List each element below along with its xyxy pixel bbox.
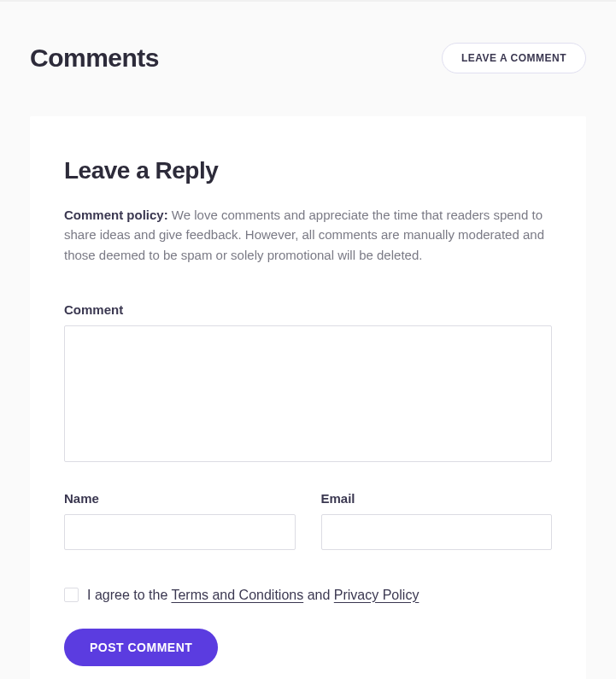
- agree-prefix: I agree to the: [87, 588, 171, 602]
- name-col: Name: [64, 491, 296, 550]
- name-email-row: Name Email: [64, 491, 552, 550]
- comment-textarea[interactable]: [64, 325, 552, 462]
- agree-checkbox[interactable]: [64, 588, 79, 602]
- policy-label: Comment policy:: [64, 208, 168, 222]
- form-title: Leave a Reply: [64, 157, 552, 184]
- leave-a-comment-button[interactable]: LEAVE A COMMENT: [442, 43, 586, 73]
- terms-link[interactable]: Terms and Conditions: [171, 588, 303, 602]
- header-row: Comments LEAVE A COMMENT: [0, 2, 616, 99]
- page-title: Comments: [30, 44, 159, 73]
- post-comment-button[interactable]: POST COMMENT: [64, 629, 218, 666]
- email-col: Email: [321, 491, 553, 550]
- agree-text: I agree to the Terms and Conditions and …: [87, 588, 419, 603]
- agree-row: I agree to the Terms and Conditions and …: [64, 588, 552, 603]
- name-label: Name: [64, 491, 296, 506]
- email-label: Email: [321, 491, 553, 506]
- email-input[interactable]: [321, 514, 553, 550]
- comment-form-card: Leave a Reply Comment policy: We love co…: [30, 116, 586, 679]
- comment-policy: Comment policy: We love comments and app…: [64, 205, 552, 265]
- comment-label: Comment: [64, 302, 552, 317]
- agree-mid: and: [303, 588, 334, 602]
- name-input[interactable]: [64, 514, 296, 550]
- privacy-link[interactable]: Privacy Policy: [334, 588, 419, 602]
